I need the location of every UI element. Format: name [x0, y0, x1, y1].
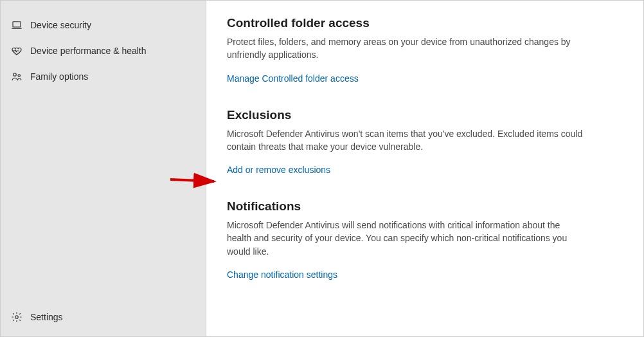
link-manage-controlled-folder[interactable]: Manage Controlled folder access [227, 73, 359, 84]
svg-point-3 [15, 316, 19, 319]
section-controlled-folder: Controlled folder access Protect files, … [227, 16, 587, 84]
laptop-icon [10, 19, 24, 31]
sidebar: Device security Device performance & hea… [1, 1, 206, 336]
link-add-remove-exclusions[interactable]: Add or remove exclusions [227, 165, 330, 175]
section-title: Exclusions [227, 108, 587, 122]
svg-point-1 [13, 73, 17, 77]
svg-point-2 [18, 75, 20, 77]
link-change-notification-settings[interactable]: Change notification settings [227, 269, 337, 280]
sidebar-item-family-options[interactable]: Family options [1, 64, 206, 89]
sidebar-footer: Settings [1, 304, 206, 336]
section-desc: Protect files, folders, and memory areas… [227, 35, 587, 62]
family-icon [10, 71, 24, 82]
sidebar-top: Device security Device performance & hea… [1, 1, 206, 304]
svg-rect-0 [13, 22, 21, 27]
section-desc: Microsoft Defender Antivirus won't scan … [227, 127, 587, 154]
main-content: Controlled folder access Protect files, … [206, 1, 643, 336]
heart-icon [10, 45, 24, 57]
section-title: Notifications [227, 199, 587, 214]
sidebar-item-label: Family options [30, 71, 88, 82]
sidebar-item-device-security[interactable]: Device security [1, 12, 206, 38]
section-notifications: Notifications Microsoft Defender Antivir… [227, 199, 587, 280]
section-exclusions: Exclusions Microsoft Defender Antivirus … [227, 108, 587, 176]
gear-icon [10, 311, 24, 323]
sidebar-item-label: Settings [30, 312, 63, 322]
sidebar-item-device-performance[interactable]: Device performance & health [1, 38, 206, 64]
sidebar-item-settings[interactable]: Settings [1, 304, 206, 330]
section-desc: Microsoft Defender Antivirus will send n… [227, 219, 587, 258]
sidebar-item-label: Device security [30, 20, 91, 30]
sidebar-item-label: Device performance & health [30, 46, 147, 56]
section-title: Controlled folder access [227, 16, 587, 30]
